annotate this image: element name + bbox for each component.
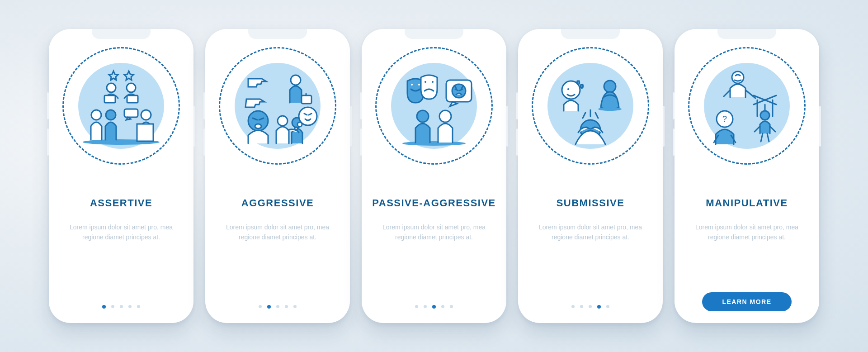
screen-title: ASSERTIVE [90,197,152,209]
page-dot[interactable] [432,305,436,309]
svg-rect-13 [302,95,311,104]
phone-assertive: ASSERTIVE Lorem ipsum dolor sit amet pro… [49,29,193,323]
screen-title: PASSIVE-AGGRESSIVE [372,197,496,209]
svg-rect-4 [127,95,138,103]
svg-point-31 [439,110,451,122]
svg-point-12 [291,75,301,85]
screen-body: Lorem ipsum dolor sit amet pro, mea regi… [223,223,332,242]
manipulative-illustration: ? [688,47,806,165]
svg-point-7 [106,110,116,120]
submissive-illustration [532,47,649,165]
page-dot[interactable] [424,305,427,308]
phone-notch [405,29,463,39]
phone-notch [717,29,776,39]
screen-title: MANIPULATIVE [706,197,788,209]
page-dot[interactable] [111,305,114,308]
svg-point-8 [141,110,151,120]
phone-aggressive: AGGRESSIVE Lorem ipsum dolor sit amet pr… [205,29,350,323]
page-dot[interactable] [606,305,609,308]
screen-body: Lorem ipsum dolor sit amet pro, mea regi… [536,223,645,242]
assertive-illustration [62,47,180,165]
svg-text:?: ? [722,114,727,124]
svg-rect-10 [124,109,138,117]
svg-rect-9 [137,124,153,141]
svg-point-16 [255,124,261,128]
screen-title: SUBMISSIVE [557,197,625,209]
page-dot[interactable] [285,305,288,308]
phone-manipulative: ? MANIPULATIVE Lorem ipsum dolor sit ame… [675,29,819,323]
phone-notch [92,29,151,39]
learn-more-button[interactable]: LEARN MORE [702,292,791,311]
page-dot[interactable] [571,305,575,308]
svg-point-36 [598,107,622,111]
page-dot[interactable] [259,305,262,308]
svg-point-20 [297,122,302,127]
page-dot[interactable] [580,305,583,308]
svg-point-34 [567,88,569,90]
page-dot[interactable] [267,305,271,309]
page-dot[interactable] [597,305,601,309]
page-dot[interactable] [128,305,132,308]
page-dot[interactable] [137,305,140,308]
svg-point-26 [432,81,434,83]
screen-body: Lorem ipsum dolor sit amet pro, mea regi… [380,223,488,242]
phone-submissive: SUBMISSIVE Lorem ipsum dolor sit amet pr… [518,29,663,323]
svg-point-6 [91,110,101,120]
svg-point-1 [107,83,116,92]
svg-point-25 [425,81,426,83]
assertive-icon [69,54,173,158]
page-indicator [259,305,297,311]
submissive-icon [538,54,642,158]
aggressive-icon [226,54,330,158]
page-dot[interactable] [589,305,592,308]
page-dot[interactable] [293,305,297,308]
phone-notch [561,29,620,39]
passive-aggressive-icon [382,54,486,158]
svg-rect-2 [104,95,115,103]
page-indicator [102,305,140,311]
svg-point-3 [127,83,136,92]
page-dot[interactable] [276,305,279,308]
page-dot[interactable] [120,305,123,308]
svg-point-29 [402,141,466,146]
svg-point-30 [417,110,429,122]
svg-point-21 [295,127,297,130]
svg-point-17 [278,116,288,126]
phone-passive-aggressive: PASSIVE-AGGRESSIVE Lorem ipsum dolor sit… [362,29,506,323]
screen-body: Lorem ipsum dolor sit amet pro, mea regi… [693,223,801,242]
screen-title: AGGRESSIVE [241,197,314,209]
svg-point-35 [604,81,616,92]
page-dot[interactable] [450,305,453,308]
page-dot[interactable] [102,305,106,309]
svg-point-24 [418,84,420,86]
page-indicator [571,305,609,311]
aggressive-illustration [219,47,336,165]
phone-notch [248,29,307,39]
manipulative-icon: ? [695,54,799,158]
page-dot[interactable] [441,305,444,308]
page-indicator [415,305,453,311]
svg-point-23 [411,84,413,86]
page-dot[interactable] [415,305,418,308]
passive-aggressive-illustration [375,47,493,165]
svg-point-43 [760,111,769,120]
screen-body: Lorem ipsum dolor sit amet pro, mea regi… [67,223,175,242]
